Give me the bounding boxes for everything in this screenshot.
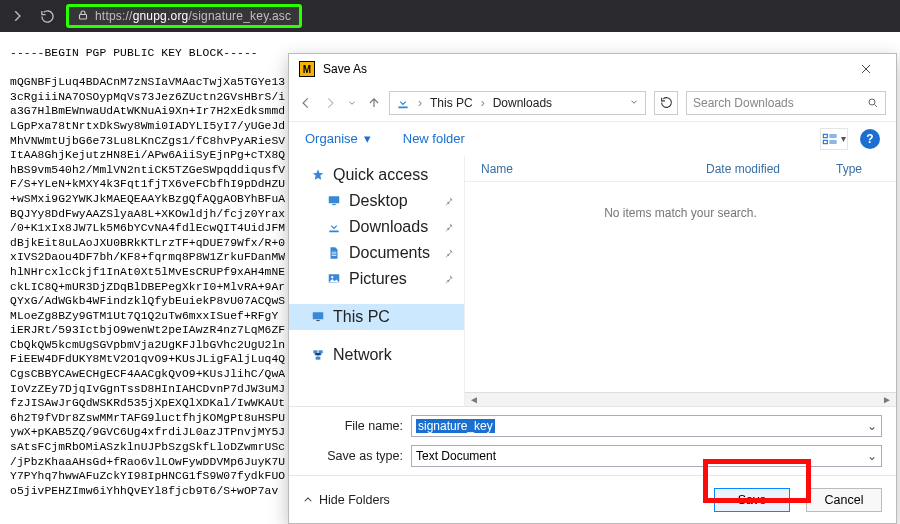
- svg-rect-5: [329, 196, 340, 203]
- chevron-right-icon: ›: [418, 96, 422, 110]
- lock-icon: [77, 7, 89, 25]
- sidebar-item-quickaccess[interactable]: Quick access: [289, 162, 464, 188]
- pin-icon: [444, 222, 454, 232]
- svg-rect-4: [823, 140, 827, 143]
- sidebar-item-thispc[interactable]: This PC: [289, 304, 464, 330]
- file-list-pane: Name Date modified Type No items match y…: [465, 156, 896, 406]
- app-icon: M: [299, 61, 315, 77]
- chevron-right-icon: ›: [481, 96, 485, 110]
- svg-rect-6: [332, 204, 336, 205]
- up-arrow-icon: [367, 96, 381, 110]
- breadcrumb-path[interactable]: › This PC › Downloads: [389, 91, 646, 115]
- chevron-down-icon[interactable]: ⌄: [867, 419, 877, 433]
- browser-top-bar: https://gnupg.org/signature_key.asc: [0, 0, 900, 32]
- close-button[interactable]: [846, 55, 886, 83]
- svg-rect-11: [316, 320, 320, 321]
- sidebar-item-label: Downloads: [349, 218, 428, 236]
- chevron-down-icon: [303, 495, 313, 505]
- dialog-titlebar: M Save As: [289, 54, 896, 84]
- downloads-folder-icon: [396, 96, 410, 110]
- chevron-down-icon[interactable]: ⌄: [867, 449, 877, 463]
- reload-icon[interactable]: [38, 7, 56, 25]
- savetype-label: Save as type:: [303, 449, 411, 463]
- sidebar-item-desktop[interactable]: Desktop: [289, 188, 464, 214]
- svg-rect-10: [313, 312, 324, 319]
- search-icon: [867, 97, 879, 109]
- sidebar-item-label: Quick access: [333, 166, 428, 184]
- refresh-button[interactable]: [654, 91, 678, 115]
- search-placeholder: Search Downloads: [693, 96, 794, 110]
- network-icon: [311, 348, 325, 362]
- sidebar-item-downloads[interactable]: Downloads: [289, 214, 464, 240]
- chevron-down-icon: ▾: [841, 133, 846, 144]
- scroll-right-icon[interactable]: ►: [882, 394, 892, 405]
- pin-icon: [444, 248, 454, 258]
- forward-arrow-icon: [323, 96, 337, 110]
- sidebar-item-label: Network: [333, 346, 392, 364]
- svg-rect-0: [80, 15, 87, 20]
- path-nav-arrows[interactable]: [299, 96, 381, 110]
- scroll-left-icon[interactable]: ◄: [469, 394, 479, 405]
- sidebar-item-label: Pictures: [349, 270, 407, 288]
- svg-rect-12: [313, 350, 317, 353]
- dialog-title: Save As: [323, 62, 367, 76]
- empty-state-text: No items match your search.: [465, 182, 896, 392]
- organise-menu[interactable]: Organise▾: [305, 131, 371, 146]
- sidebar-item-label: This PC: [333, 308, 390, 326]
- chevron-down-icon: ▾: [364, 131, 371, 146]
- navigation-pane: Quick access Desktop Downloads Documents…: [289, 156, 465, 406]
- documents-icon: [327, 246, 341, 260]
- star-icon: [311, 168, 325, 182]
- svg-point-9: [331, 276, 333, 278]
- forward-icon[interactable]: [8, 7, 26, 25]
- path-seg-thispc[interactable]: This PC: [430, 96, 473, 110]
- svg-rect-13: [319, 350, 323, 353]
- column-header-date[interactable]: Date modified: [706, 162, 836, 176]
- filename-value: signature_key: [416, 419, 495, 433]
- newfolder-button[interactable]: New folder: [403, 131, 465, 146]
- sidebar-item-pictures[interactable]: Pictures: [289, 266, 464, 292]
- downloads-icon: [327, 220, 341, 234]
- horizontal-scrollbar[interactable]: ◄ ►: [465, 392, 896, 406]
- filename-label: File name:: [303, 419, 411, 433]
- svg-rect-1: [398, 106, 407, 108]
- url-text: https://gnupg.org/signature_key.asc: [95, 9, 291, 23]
- address-bar[interactable]: https://gnupg.org/signature_key.asc: [66, 4, 302, 28]
- savetype-select[interactable]: Text Document ⌄: [411, 445, 882, 467]
- column-header-type[interactable]: Type: [836, 162, 896, 176]
- recent-dropdown-icon: [347, 98, 357, 108]
- svg-rect-14: [316, 357, 321, 360]
- desktop-icon: [327, 194, 341, 208]
- cancel-button[interactable]: Cancel: [806, 488, 882, 512]
- thispc-icon: [311, 310, 325, 324]
- savetype-value: Text Document: [416, 449, 496, 463]
- pin-icon: [444, 196, 454, 206]
- view-mode-button[interactable]: ▾: [820, 128, 848, 150]
- sidebar-item-documents[interactable]: Documents: [289, 240, 464, 266]
- filename-input[interactable]: signature_key ⌄: [411, 415, 882, 437]
- svg-rect-3: [823, 134, 827, 137]
- svg-rect-7: [329, 231, 338, 233]
- help-button[interactable]: ?: [860, 129, 880, 149]
- sidebar-item-label: Desktop: [349, 192, 408, 210]
- sidebar-item-network[interactable]: Network: [289, 342, 464, 368]
- hide-folders-toggle[interactable]: Hide Folders: [303, 493, 390, 507]
- path-seg-downloads[interactable]: Downloads: [493, 96, 552, 110]
- svg-point-2: [869, 99, 875, 105]
- path-dropdown-icon[interactable]: [629, 96, 639, 110]
- save-as-dialog: M Save As › This PC › Downloads Search D…: [288, 53, 897, 524]
- search-input[interactable]: Search Downloads: [686, 91, 886, 115]
- save-button[interactable]: Save: [714, 488, 790, 512]
- pin-icon: [444, 274, 454, 284]
- back-arrow-icon: [299, 96, 313, 110]
- column-header-name[interactable]: Name: [465, 162, 706, 176]
- pictures-icon: [327, 272, 341, 286]
- sidebar-item-label: Documents: [349, 244, 430, 262]
